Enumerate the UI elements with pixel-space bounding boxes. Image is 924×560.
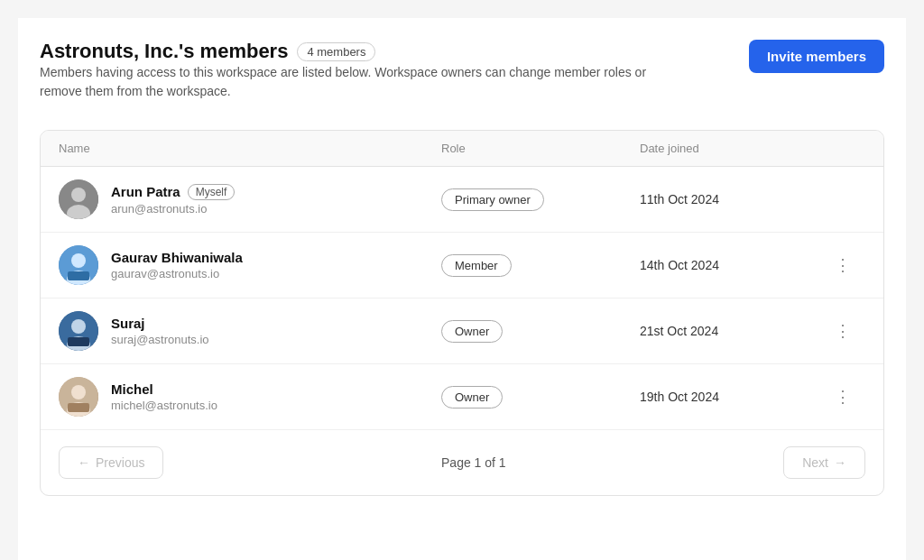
- member-email-gaurav: gaurav@astronuts.io: [111, 267, 243, 280]
- more-menu-button-gaurav[interactable]: ⋮: [827, 252, 858, 279]
- table-row: Arun Patra Myself arun@astronuts.io Prim…: [41, 167, 883, 233]
- myself-badge: Myself: [188, 184, 236, 200]
- member-email-michel: michel@astronuts.io: [111, 399, 217, 412]
- description: Members having access to this workspace …: [40, 63, 671, 101]
- table-header: Name Role Date joined: [41, 131, 883, 167]
- page-title: Astronuts, Inc.'s members: [40, 40, 288, 63]
- role-cell-gaurav: Member: [441, 254, 640, 277]
- member-info-michel: Michel michel@astronuts.io: [111, 381, 217, 412]
- member-info-arun: Arun Patra Myself arun@astronuts.io: [111, 184, 235, 216]
- avatar-arun: [59, 179, 98, 219]
- name-text-gaurav: Gaurav Bhiwaniwala: [111, 250, 243, 265]
- name-text-michel: Michel: [111, 381, 153, 397]
- member-cell-michel: Michel michel@astronuts.io: [59, 377, 441, 417]
- header-section: Astronuts, Inc.'s members 4 members Memb…: [40, 40, 884, 123]
- next-label: Next: [802, 455, 828, 470]
- column-header-actions: [820, 142, 865, 155]
- name-text-suraj: Suraj: [111, 316, 145, 331]
- date-cell-suraj: 21st Oct 2024: [640, 324, 820, 338]
- member-name-michel: Michel: [111, 381, 217, 397]
- svg-point-4: [71, 253, 86, 268]
- member-cell-suraj: Suraj suraj@astronuts.io: [59, 311, 441, 351]
- svg-rect-10: [68, 337, 89, 346]
- name-text-arun: Arun Patra: [111, 184, 180, 199]
- member-cell-arun: Arun Patra Myself arun@astronuts.io: [59, 179, 441, 219]
- pagination-row: ← Previous Page 1 of 1 Next →: [41, 430, 883, 495]
- role-badge-gaurav: Member: [441, 254, 512, 277]
- next-arrow-icon: →: [834, 455, 846, 470]
- next-button[interactable]: Next →: [783, 446, 865, 479]
- member-email-suraj: suraj@astronuts.io: [111, 333, 209, 346]
- table-row: Gaurav Bhiwaniwala gaurav@astronuts.io M…: [41, 233, 883, 298]
- page-wrapper: Astronuts, Inc.'s members 4 members Memb…: [18, 18, 906, 560]
- svg-point-12: [71, 385, 86, 399]
- member-name-arun: Arun Patra Myself: [111, 184, 235, 200]
- svg-rect-6: [68, 271, 89, 280]
- column-header-date: Date joined: [640, 142, 820, 155]
- avatar-gaurav: [59, 245, 98, 285]
- date-cell-arun: 11th Oct 2024: [640, 192, 820, 207]
- title-group: Astronuts, Inc.'s members 4 members Memb…: [40, 40, 671, 123]
- previous-button[interactable]: ← Previous: [59, 446, 163, 479]
- column-header-role: Role: [441, 142, 640, 155]
- avatar-suraj: [59, 311, 98, 351]
- actions-cell-michel[interactable]: ⋮: [820, 383, 865, 410]
- title-row: Astronuts, Inc.'s members 4 members: [40, 40, 671, 63]
- members-badge: 4 members: [297, 42, 375, 61]
- date-cell-gaurav: 14th Oct 2024: [640, 258, 820, 272]
- more-menu-button-suraj[interactable]: ⋮: [827, 317, 858, 344]
- member-info-gaurav: Gaurav Bhiwaniwala gaurav@astronuts.io: [111, 250, 243, 280]
- column-header-name: Name: [59, 142, 441, 155]
- pagination-info: Page 1 of 1: [441, 455, 506, 470]
- table-row: Michel michel@astronuts.io Owner 19th Oc…: [41, 364, 883, 430]
- role-badge-arun: Primary owner: [441, 188, 544, 211]
- more-menu-button-michel[interactable]: ⋮: [827, 383, 858, 410]
- actions-cell-suraj[interactable]: ⋮: [820, 317, 865, 344]
- member-name-suraj: Suraj: [111, 316, 209, 331]
- member-name-gaurav: Gaurav Bhiwaniwala: [111, 250, 243, 265]
- role-badge-suraj: Owner: [441, 320, 503, 343]
- actions-cell-gaurav[interactable]: ⋮: [820, 252, 865, 279]
- prev-label: Previous: [96, 455, 144, 470]
- member-cell-gaurav: Gaurav Bhiwaniwala gaurav@astronuts.io: [59, 245, 441, 285]
- role-cell-suraj: Owner: [441, 320, 640, 343]
- role-badge-michel: Owner: [441, 386, 503, 409]
- member-email-arun: arun@astronuts.io: [111, 202, 235, 216]
- date-cell-michel: 19th Oct 2024: [640, 390, 820, 404]
- role-cell-arun: Primary owner: [441, 188, 640, 211]
- svg-point-1: [71, 188, 86, 202]
- role-cell-michel: Owner: [441, 386, 640, 409]
- members-table: Name Role Date joined Arun Patra My: [40, 130, 884, 496]
- prev-arrow-icon: ←: [78, 455, 90, 470]
- member-info-suraj: Suraj suraj@astronuts.io: [111, 316, 209, 346]
- avatar-michel: [59, 377, 98, 417]
- table-row: Suraj suraj@astronuts.io Owner 21st Oct …: [41, 298, 883, 364]
- svg-point-8: [71, 319, 86, 334]
- invite-members-button[interactable]: Invite members: [749, 40, 884, 73]
- svg-rect-14: [68, 403, 89, 412]
